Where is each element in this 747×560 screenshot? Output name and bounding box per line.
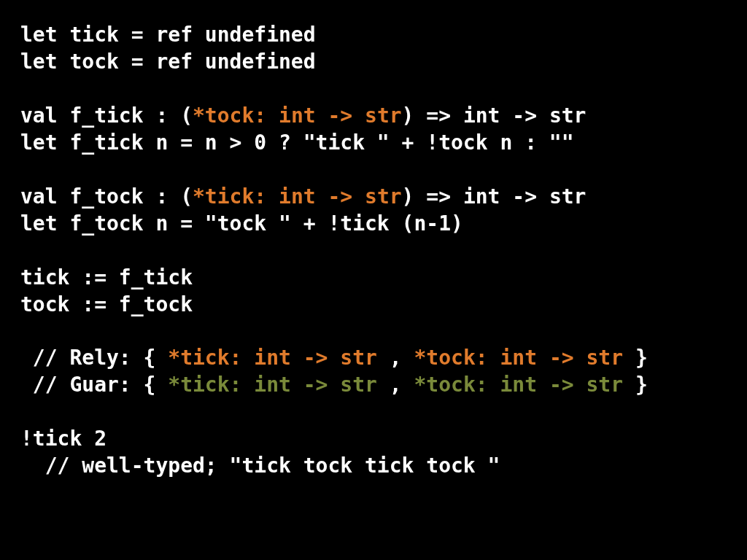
guar-type: *tock: int -> str [414,373,623,397]
comment-part: } [623,346,648,370]
type-annotation: *tick: int -> str [193,184,402,209]
code-line: tock := f_tock [20,292,193,316]
code-line-part: ) => int -> str [402,104,587,128]
type-annotation: *tock: int -> str [193,104,402,128]
comment-part: } [623,373,648,397]
code-line: let tock = ref undefined [20,50,316,74]
code-line-part: val f_tick : ( [20,104,193,128]
comment-part: // Guar: { [20,373,168,397]
comment-line: // well-typed; "tick tock tick tock " [20,454,500,478]
rely-type: *tick: int -> str [168,346,377,370]
code-line: tick := f_tick [20,265,193,289]
comment-part: , [377,373,414,397]
comment-part: , [377,346,414,370]
guar-type: *tick: int -> str [168,373,377,397]
code-line: !tick 2 [20,427,107,451]
code-slide: let tick = ref undefined let tock = ref … [0,0,747,560]
rely-type: *tock: int -> str [414,346,623,370]
comment-part: // Rely: { [20,346,168,370]
code-line-part: ) => int -> str [402,184,587,209]
code-line: let f_tock n = "tock " + !tick (n-1) [20,211,463,236]
code-line: let tick = ref undefined [20,23,316,47]
code-line-part: val f_tock : ( [20,184,193,209]
code-line: let f_tick n = n > 0 ? "tick " + !tock n… [20,131,574,155]
